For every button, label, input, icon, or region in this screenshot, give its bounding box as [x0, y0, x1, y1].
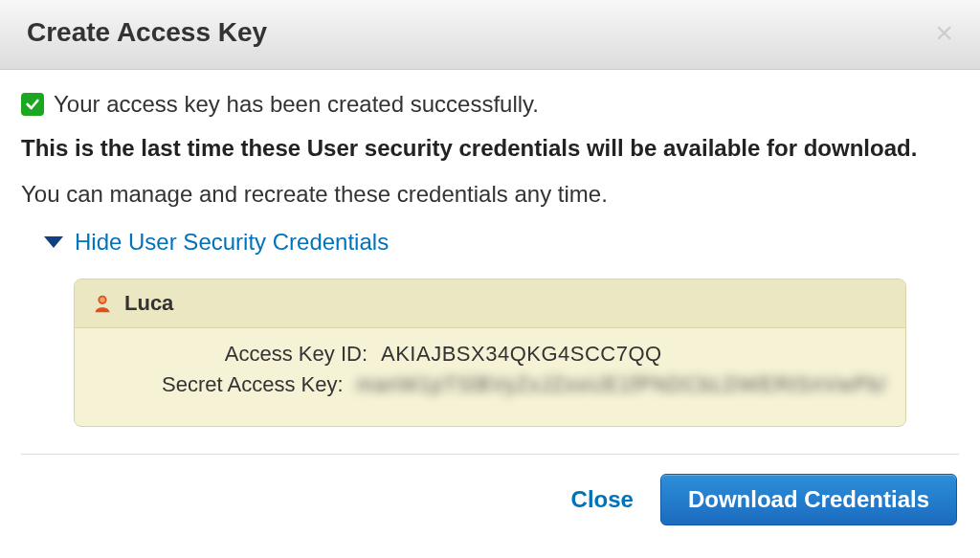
success-message: Your access key has been created success… [21, 91, 959, 118]
dialog-footer: Close Download Credentials [0, 455, 980, 545]
secret-access-key-row: Secret Access Key: manW1pTSlBVyZxJZooUE1… [94, 372, 886, 397]
info-text: You can manage and recreate these creden… [21, 181, 959, 208]
access-key-id-label: Access Key ID: [94, 342, 381, 367]
access-key-id-value: AKIAJBSX34QKG4SCC7QQ [381, 342, 662, 367]
secret-access-key-value: manW1pTSlBVyZxJZooUE1fPNDCbLDWERtSnVwPb/ [357, 372, 886, 397]
dialog-body: Your access key has been created success… [0, 70, 980, 427]
toggle-credentials[interactable]: Hide User Security Credentials [44, 229, 959, 256]
credentials-panel: Luca Access Key ID: AKIAJBSX34QKG4SCC7QQ… [74, 279, 906, 427]
checkmark-icon [21, 93, 44, 116]
credentials-panel-body: Access Key ID: AKIAJBSX34QKG4SCC7QQ Secr… [75, 328, 905, 426]
access-key-id-row: Access Key ID: AKIAJBSX34QKG4SCC7QQ [94, 342, 886, 367]
toggle-label: Hide User Security Credentials [75, 229, 389, 256]
user-name: Luca [124, 291, 173, 316]
success-text: Your access key has been created success… [54, 91, 539, 118]
secret-access-key-label: Secret Access Key: [94, 372, 357, 397]
caret-down-icon [44, 236, 63, 248]
close-button[interactable]: Close [571, 486, 634, 513]
user-icon [92, 293, 113, 314]
dialog-header: Create Access Key × [0, 0, 980, 70]
svg-point-1 [100, 298, 105, 303]
warning-text: This is the last time these User securit… [21, 135, 959, 162]
close-icon[interactable]: × [935, 17, 953, 48]
credentials-panel-header: Luca [75, 279, 905, 328]
dialog-title: Create Access Key [27, 17, 267, 48]
download-credentials-button[interactable]: Download Credentials [660, 474, 957, 525]
